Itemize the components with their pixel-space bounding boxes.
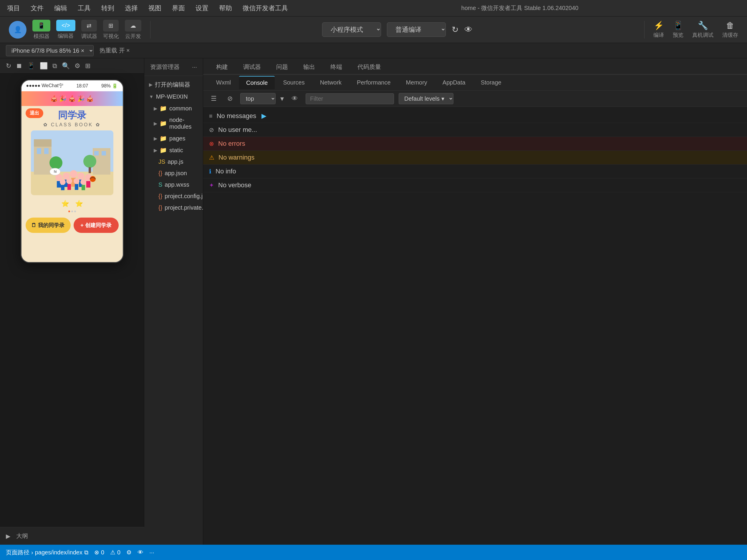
eye-button[interactable]: 👁	[464, 25, 472, 34]
toolbar-cloud[interactable]: ☁ 云开发	[125, 20, 141, 40]
sim-settings-icon[interactable]: ⚙	[75, 62, 80, 70]
clear-cache-button[interactable]: 🗑 清缓存	[722, 21, 738, 39]
errors-item[interactable]: ⊗ 0	[94, 549, 104, 556]
sim-copy-icon[interactable]: ⧉	[52, 62, 57, 70]
menu-bar[interactable]: 项目 文件 编辑 工具 转到 选择 视图 界面 设置 帮助 微信开发者工具	[7, 4, 288, 12]
file-app-json[interactable]: {} app.json	[144, 168, 203, 179]
editor-button[interactable]: </>	[56, 20, 75, 31]
toolbar-visible[interactable]: ⊞ 可视化	[103, 20, 119, 40]
tab-build[interactable]: 构建	[209, 60, 235, 74]
msg-no-errors[interactable]: ⊗ No errors	[203, 137, 747, 151]
svg-text:hi: hi	[54, 170, 56, 174]
debugger-button[interactable]: ⇄	[81, 20, 97, 31]
toolbar-right: ⚡ 编译 📱 预览 🔧 真机调试 🗑 清缓存	[653, 21, 738, 39]
folder-node-modules[interactable]: ▶ 📁 node-modules	[144, 114, 203, 132]
menu-settings[interactable]: 设置	[196, 4, 208, 12]
msg-expand-icon[interactable]: ▶	[261, 112, 266, 120]
menu-select[interactable]: 选择	[125, 4, 138, 12]
compile-selector[interactable]: 普通编译	[387, 22, 446, 37]
tab-debugger[interactable]: 调试器	[236, 60, 268, 74]
msg-no-warnings[interactable]: ⚠ No warnings	[203, 151, 747, 164]
status-eye-icon[interactable]: 👁	[137, 549, 144, 556]
menu-view[interactable]: 视图	[148, 4, 161, 12]
console-context-selector[interactable]: top	[240, 93, 276, 104]
sim-layers-icon[interactable]: ⊞	[85, 62, 91, 70]
folder-common[interactable]: ▶ 📁 common	[144, 102, 203, 114]
copy-path-icon[interactable]: ⧉	[84, 549, 88, 556]
warnings-item[interactable]: ⚠ 0	[110, 549, 121, 556]
sim-reload-icon[interactable]: ↻	[6, 62, 11, 70]
msg-no-user[interactable]: ⊘ No user me...	[203, 123, 747, 137]
sim-stop-icon[interactable]: ⏹	[16, 62, 22, 70]
open-editors-section[interactable]: ▶ 打开的编辑器	[144, 78, 203, 91]
mp-weixin-section[interactable]: ▼ MP-WEIXIN	[144, 91, 203, 102]
menu-project[interactable]: 项目	[7, 4, 20, 12]
msg-no-verbose-text: No verbose	[218, 181, 252, 189]
menu-help[interactable]: 帮助	[219, 4, 232, 12]
folder-static[interactable]: ▶ 📁 static	[144, 144, 203, 156]
page-path-item[interactable]: 页面路径 › pages/index/index ⧉	[6, 549, 88, 557]
toolbar-debugger[interactable]: ⇄ 调试器	[81, 20, 97, 40]
more-options-icon[interactable]: ···	[192, 63, 197, 70]
create-classbook-button[interactable]: + 创建同学录	[74, 218, 119, 233]
sim-tablet-icon[interactable]: ⬜	[40, 62, 48, 70]
tab-storage[interactable]: Storage	[474, 76, 509, 89]
refresh-button[interactable]: ↻	[452, 25, 459, 34]
menu-interface[interactable]: 界面	[172, 4, 185, 12]
menu-file[interactable]: 文件	[31, 4, 44, 12]
menu-edit[interactable]: 编辑	[54, 4, 67, 12]
compile-button[interactable]: ⚡ 编译	[653, 21, 664, 39]
cloud-label: 云开发	[125, 33, 141, 40]
tab-performance[interactable]: Performance	[350, 76, 398, 89]
status-settings-icon[interactable]: ⚙	[126, 549, 132, 556]
tab-console[interactable]: Console	[239, 76, 275, 89]
menu-tools[interactable]: 工具	[78, 4, 91, 12]
folder-pages[interactable]: ▶ 📁 pages	[144, 132, 203, 144]
phone-preview: ●●●●● WeChat宁 18:07 98% 🔋 🎪 🎉 🎪 🎉 🎪 退出 同…	[0, 74, 144, 559]
hot-reload-toggle[interactable]: 热重载 开 ×	[100, 47, 130, 54]
console-filter-input[interactable]	[306, 93, 394, 104]
device-selector[interactable]: iPhone 6/7/8 Plus 85% 16 ×	[6, 45, 94, 56]
tab-issues[interactable]: 问题	[269, 60, 295, 74]
avatar[interactable]: 👤	[9, 21, 26, 39]
tab-wxml[interactable]: Wxml	[209, 76, 238, 89]
msg-no-messages[interactable]: ≡ No messages ▶	[203, 109, 747, 123]
msg-no-verbose[interactable]: ✦ No verbose	[203, 178, 747, 192]
real-debug-button[interactable]: 🔧 真机调试	[692, 21, 714, 39]
cloud-button[interactable]: ☁	[125, 20, 141, 31]
toolbar-simulator[interactable]: 📱 模拟器	[32, 20, 50, 40]
file-project-private-config[interactable]: {} project.private.config.js...	[144, 202, 203, 213]
console-clear-button[interactable]: ⊘	[224, 94, 236, 104]
sim-search-icon[interactable]: 🔍	[62, 62, 70, 70]
console-sidebar-toggle[interactable]: ☰	[208, 94, 220, 104]
file-project-config[interactable]: {} project.config.json	[144, 190, 203, 202]
file-app-js[interactable]: JS app.js	[144, 156, 203, 168]
tab-network[interactable]: Network	[313, 76, 349, 89]
my-classbook-button[interactable]: 🗒 我的同学录	[26, 218, 71, 233]
phone-exit-button[interactable]: 退出	[26, 108, 43, 118]
status-more-icon[interactable]: ···	[149, 549, 154, 556]
compile-label: 编译	[653, 31, 664, 39]
preview-button[interactable]: 📱 预览	[673, 21, 684, 39]
visible-button[interactable]: ⊞	[103, 20, 119, 31]
simulator-button[interactable]: 📱	[32, 20, 50, 31]
toolbar-editor[interactable]: </> 编辑器	[56, 20, 75, 40]
expand-icon[interactable]: ▶	[6, 533, 10, 540]
pages-icon: 📁	[160, 135, 167, 142]
tab-output[interactable]: 输出	[296, 60, 322, 74]
mode-selector[interactable]: 小程序模式	[322, 22, 381, 37]
console-eye-button[interactable]: 👁	[288, 94, 301, 104]
tab-code-quality[interactable]: 代码质量	[351, 60, 388, 74]
file-app-wxss[interactable]: S app.wxss	[144, 179, 203, 190]
tab-sources[interactable]: Sources	[276, 76, 311, 89]
menu-devtools[interactable]: 微信开发者工具	[242, 4, 288, 12]
file-tree: ▶ 打开的编辑器 ▼ MP-WEIXIN ▶ 📁 common ▶ 📁 node…	[144, 76, 203, 559]
tab-memory[interactable]: Memory	[399, 76, 434, 89]
default-levels-selector[interactable]: Default levels ▾	[399, 93, 454, 104]
menu-goto[interactable]: 转到	[101, 4, 114, 12]
clear-icon: 🗑	[726, 21, 735, 30]
tab-terminal[interactable]: 终端	[323, 60, 349, 74]
msg-no-info[interactable]: ℹ No info	[203, 164, 747, 178]
tab-appdata[interactable]: AppData	[436, 76, 472, 89]
sim-phone-icon[interactable]: 📱	[27, 62, 35, 70]
